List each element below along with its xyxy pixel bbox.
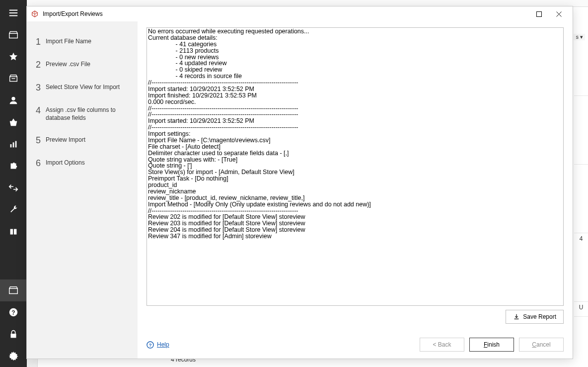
inbox-icon[interactable] [0,68,27,90]
help-icon: ? [147,341,154,349]
svg-point-0 [11,97,15,100]
wizard-steps-panel: 1Import File Name 2Preview .csv File 3Se… [27,21,138,359]
svg-rect-4 [10,229,13,235]
svg-text:?: ? [149,343,152,348]
wrench-icon[interactable] [0,199,27,221]
svg-rect-1 [10,144,12,147]
step-4[interactable]: 4Assign .csv file columns to database fi… [27,99,138,129]
svg-rect-8 [11,334,16,338]
stack-icon[interactable] [0,221,27,243]
step-1[interactable]: 1Import File Name [27,30,138,53]
lock-icon[interactable] [0,323,27,345]
maximize-button[interactable] [529,7,549,21]
cancel-button[interactable]: Cancel [519,338,564,352]
svg-rect-3 [15,141,17,148]
titlebar: Import/Export Reviews [27,6,573,21]
app-icon [31,10,39,18]
help-rail-icon[interactable]: ? [0,301,27,323]
back-button[interactable]: < Back [420,338,464,352]
gear-icon[interactable] [0,345,27,367]
step-2[interactable]: 2Preview .csv File [27,53,138,76]
import-export-dialog: Import/Export Reviews 1Import File Name … [26,6,573,359]
help-link[interactable]: ? Help [147,341,169,349]
close-button[interactable] [549,7,569,21]
star-icon[interactable] [0,46,27,68]
archive-icon[interactable] [0,279,27,301]
svg-text:?: ? [11,309,15,316]
box-icon[interactable] [0,24,27,46]
bg-right-cells: 4 U [574,27,588,367]
dialog-footer: ? Help < Back Finish Cancel [147,324,564,352]
hamburger-icon[interactable] [0,2,27,24]
left-rail: ? [0,0,27,367]
svg-rect-5 [14,229,16,235]
step-6[interactable]: 6Import Options [27,152,138,175]
svg-rect-10 [536,11,541,16]
chart-icon[interactable] [0,133,27,155]
download-icon [513,313,520,320]
finish-button[interactable]: Finish [469,338,514,352]
import-log[interactable]: No errors occurred while executing reque… [147,27,564,306]
person-icon[interactable] [0,90,27,111]
main-panel: No errors occurred while executing reque… [138,21,573,359]
basket-icon[interactable] [0,111,27,133]
svg-rect-2 [13,142,14,147]
step-3[interactable]: 3Select Store View for Import [27,76,138,99]
step-5[interactable]: 5Preview Import [27,129,138,152]
puzzle-icon[interactable] [0,155,27,177]
save-report-button[interactable]: Save Report [506,310,564,324]
dialog-title: Import/Export Reviews [43,10,103,17]
transfer-icon[interactable] [0,177,27,199]
